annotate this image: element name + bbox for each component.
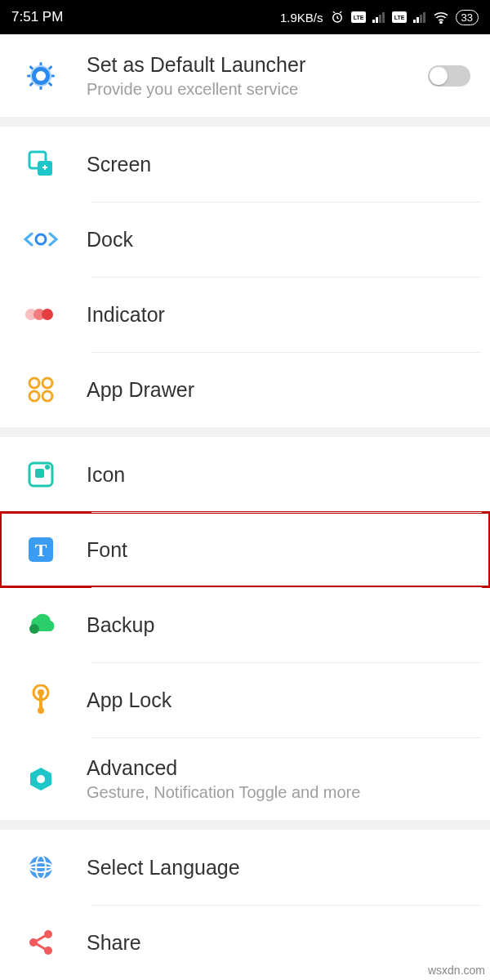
share-row[interactable]: Share bbox=[0, 905, 490, 980]
group-customize: Icon T Font Backup App Lock Advanced Ges… bbox=[0, 437, 490, 820]
default-launcher-row[interactable]: Set as Default Launcher Provide you exce… bbox=[0, 34, 490, 117]
indicator-row[interactable]: Indicator bbox=[0, 277, 490, 352]
svg-point-53 bbox=[44, 930, 52, 938]
status-right: 1.9KB/s LTE LTE 33 bbox=[280, 10, 479, 25]
share-icon bbox=[16, 929, 65, 956]
signal-icon-2 bbox=[413, 11, 426, 23]
group-misc: Select Language Share bbox=[0, 830, 490, 980]
share-label: Share bbox=[87, 930, 474, 955]
app-drawer-row[interactable]: App Drawer bbox=[0, 352, 490, 427]
svg-rect-5 bbox=[379, 15, 381, 23]
volte-icon-1: LTE bbox=[351, 11, 366, 23]
dock-row[interactable]: Dock bbox=[0, 202, 490, 277]
svg-rect-6 bbox=[382, 12, 385, 23]
header-section: Set as Default Launcher Provide you exce… bbox=[0, 34, 490, 117]
svg-point-52 bbox=[29, 938, 38, 947]
svg-point-39 bbox=[45, 465, 50, 470]
svg-rect-9 bbox=[413, 20, 416, 23]
svg-point-15 bbox=[36, 71, 46, 81]
header-subtitle: Provide you excellent service bbox=[87, 80, 428, 99]
backup-row[interactable]: Backup bbox=[0, 587, 490, 662]
svg-rect-12 bbox=[423, 12, 425, 23]
icon-label: Icon bbox=[87, 462, 474, 487]
header-title: Set as Default Launcher bbox=[87, 52, 428, 77]
advanced-subtitle: Gesture, Notification Toggle and more bbox=[87, 783, 474, 802]
gear-globe-icon bbox=[16, 60, 65, 92]
screen-label: Screen bbox=[87, 152, 474, 176]
backup-label: Backup bbox=[87, 612, 474, 637]
dock-label: Dock bbox=[87, 227, 474, 252]
app-lock-label: App Lock bbox=[87, 688, 474, 712]
svg-point-33 bbox=[29, 378, 39, 388]
font-row[interactable]: T Font bbox=[0, 512, 490, 587]
svg-point-42 bbox=[29, 624, 39, 634]
advanced-title: Advanced bbox=[87, 755, 474, 780]
svg-text:T: T bbox=[35, 540, 47, 560]
indicator-label: Indicator bbox=[87, 302, 474, 327]
signal-icon-1 bbox=[372, 11, 385, 23]
screen-icon bbox=[16, 149, 65, 179]
globe-icon bbox=[16, 854, 65, 880]
svg-point-35 bbox=[29, 391, 39, 401]
font-icon: T bbox=[16, 536, 65, 564]
lock-icon bbox=[16, 684, 65, 715]
advanced-icon bbox=[16, 766, 65, 792]
icon-row[interactable]: Icon bbox=[0, 437, 490, 512]
advanced-row[interactable]: Advanced Gesture, Notification Toggle an… bbox=[0, 737, 490, 820]
backup-icon bbox=[16, 613, 65, 636]
svg-point-32 bbox=[42, 309, 53, 320]
svg-rect-3 bbox=[372, 20, 375, 23]
app-drawer-icon bbox=[16, 376, 65, 403]
default-launcher-toggle[interactable] bbox=[428, 65, 470, 87]
status-speed: 1.9KB/s bbox=[280, 11, 323, 24]
status-time: 7:51 PM bbox=[11, 9, 280, 25]
dock-icon bbox=[16, 230, 65, 248]
indicator-icon bbox=[16, 306, 65, 323]
wifi-icon bbox=[433, 11, 449, 24]
svg-rect-4 bbox=[376, 17, 378, 23]
language-label: Select Language bbox=[87, 855, 474, 880]
group-display: Screen Dock Indicator App Drawer bbox=[0, 127, 490, 427]
svg-rect-10 bbox=[416, 17, 419, 23]
battery-level: 33 bbox=[456, 10, 479, 25]
svg-point-29 bbox=[36, 234, 46, 244]
status-bar: 7:51 PM 1.9KB/s LTE LTE 33 bbox=[0, 0, 490, 34]
svg-point-48 bbox=[37, 775, 45, 783]
language-row[interactable]: Select Language bbox=[0, 830, 490, 905]
app-drawer-label: App Drawer bbox=[87, 377, 474, 402]
svg-text:LTE: LTE bbox=[353, 15, 363, 20]
svg-point-13 bbox=[439, 21, 441, 23]
svg-rect-11 bbox=[420, 15, 422, 23]
screen-row[interactable]: Screen bbox=[0, 127, 490, 202]
svg-point-36 bbox=[42, 391, 52, 401]
icon-icon bbox=[16, 461, 65, 488]
volte-icon-2: LTE bbox=[392, 11, 407, 23]
svg-rect-28 bbox=[44, 165, 46, 170]
svg-point-46 bbox=[38, 707, 44, 714]
svg-point-34 bbox=[42, 378, 52, 388]
font-label: Font bbox=[87, 537, 474, 562]
watermark: wsxdn.com bbox=[428, 964, 485, 977]
svg-text:LTE: LTE bbox=[394, 15, 404, 20]
svg-rect-38 bbox=[35, 469, 44, 478]
alarm-icon bbox=[330, 10, 345, 24]
app-lock-row[interactable]: App Lock bbox=[0, 662, 490, 737]
svg-point-54 bbox=[44, 947, 52, 955]
